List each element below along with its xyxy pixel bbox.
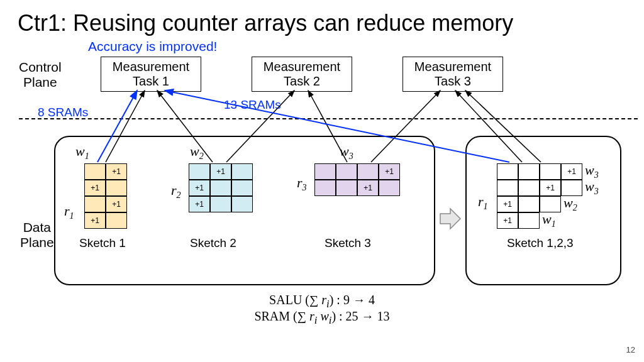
w1-label: w1 [75,143,89,162]
salu-formula: SALU (∑ ri) : 9 → 4 [0,293,644,310]
sketch-123-label: Sketch 1,2,3 [507,236,574,250]
sketch-1-grid: +1 +1 +1 +1 [84,163,127,229]
sketch-1-label: Sketch 1 [79,236,126,250]
task-3-box: Measurement Task 3 [402,57,503,92]
r2-label: r2 [171,182,181,200]
combined-w3b-label: w3 [585,178,599,197]
svg-marker-0 [440,209,460,229]
combined-w3a-label: w3 [585,162,599,180]
w3-label: w3 [340,143,353,162]
control-plane-label: Control Plane [19,60,62,90]
plane-divider [19,118,638,119]
task-1-box: Measurement Task 1 [101,57,201,92]
combined-w1-label: w1 [542,211,556,229]
sketch-2-label: Sketch 2 [190,236,236,250]
sram-8-label: 8 SRAMs [38,106,88,119]
combined-w2-label: w2 [564,195,577,213]
page-number: 12 [626,345,635,354]
page-title: Ctr1: Reusing counter arrays can reduce … [18,10,513,36]
data-plane-label: Data Plane [20,220,54,250]
r1-label: r1 [64,203,74,221]
sketch-3-label: Sketch 3 [325,236,371,250]
transform-arrow-icon [439,207,462,230]
sketch-2-grid: +1 +1 +1 [189,163,253,212]
accuracy-note: Accuracy is improved! [88,39,217,54]
sram-13-label: 13 SRAMs [224,98,281,112]
r3-label: r3 [297,175,307,193]
w2-label: w2 [190,143,204,162]
combined-r1-label: r1 [478,194,488,212]
sram-formula: SRAM (∑ ri wi) : 25 → 13 [0,309,644,327]
sketch-3-grid: +1 +1 [314,163,400,196]
task-2-box: Measurement Task 2 [252,57,352,92]
